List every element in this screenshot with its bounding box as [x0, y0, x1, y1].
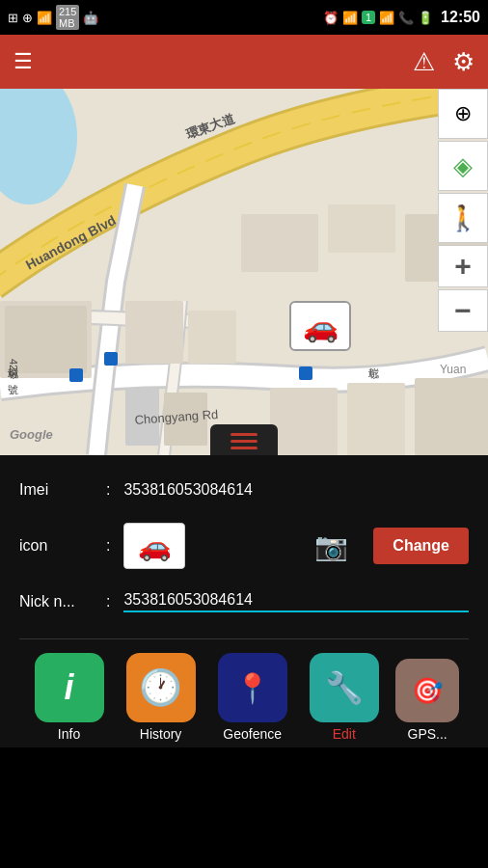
car-icon-emoji: 🚗	[138, 530, 172, 562]
edit-label-nav: Edit	[333, 726, 356, 742]
menu-toggle-button[interactable]	[210, 424, 278, 455]
imei-colon: :	[106, 481, 110, 499]
add-icon: ⊞	[8, 11, 18, 25]
gps-icon: 🎯	[412, 676, 443, 706]
history-label-nav: History	[140, 726, 182, 742]
wifi2-icon: 📶	[342, 11, 358, 25]
svg-rect-9	[328, 204, 395, 253]
car-icon-small: 🚗	[123, 523, 185, 569]
nav-item-geofence[interactable]: 📍 Geofence	[206, 653, 298, 747]
location-button[interactable]: ⊕	[438, 89, 488, 139]
imei-value: 353816053084614	[123, 481, 252, 499]
data-icon: 215MB	[56, 5, 79, 30]
svg-rect-8	[241, 214, 318, 272]
history-icon-wrap: 🕐	[126, 653, 196, 722]
green-num-icon: 1	[362, 11, 375, 24]
app-header: ☰ ⚠ ⚙	[0, 35, 488, 89]
geofence-icon-wrap: 📍	[218, 653, 287, 722]
history-icon: 🕐	[139, 667, 182, 708]
bottom-panel: Imei : 353816053084614 icon : 🚗 📷 Change…	[0, 455, 488, 747]
edit-icon: 🔧	[325, 669, 364, 706]
divider	[19, 638, 469, 639]
status-left: ⊞ ⊕ 📶 215MB 🤖	[8, 5, 98, 30]
edit-icon-wrap: 🔧	[310, 653, 379, 722]
camera-icon[interactable]: 📷	[314, 530, 348, 562]
android-icon: 🤖	[83, 11, 98, 25]
streetview-button[interactable]: 🚶	[438, 193, 488, 243]
nav-item-history[interactable]: 🕐 History	[115, 653, 206, 747]
map-controls: ⊕ ◈ 🚶 + −	[438, 89, 488, 332]
imei-row: Imei : 353816053084614	[19, 473, 469, 507]
toggle-line-2	[230, 440, 258, 443]
svg-rect-12	[347, 383, 405, 455]
icon-row: icon : 🚗 📷 Change	[19, 523, 469, 569]
svg-rect-5	[188, 311, 236, 364]
phone-icon: 📞	[398, 11, 414, 25]
svg-rect-11	[270, 388, 338, 455]
nick-colon: :	[106, 593, 110, 610]
car-marker: 🚗	[289, 301, 351, 351]
info-icon: i	[65, 667, 74, 708]
svg-rect-16	[299, 366, 312, 380]
nav-item-info[interactable]: i Info	[23, 653, 115, 747]
wifi-icon: 📶	[37, 11, 52, 25]
toggle-line-3	[230, 447, 258, 449]
zoom-out-icon: −	[454, 294, 472, 327]
warning-icon[interactable]: ⚠	[413, 47, 435, 77]
nick-label: Nick n...	[19, 593, 106, 610]
nick-input[interactable]	[123, 591, 469, 609]
nick-row: Nick n... :	[19, 584, 469, 619]
layers-button[interactable]: ◈	[438, 141, 488, 191]
person-icon: 🚶	[447, 203, 478, 233]
svg-rect-15	[69, 368, 83, 382]
icon-colon: :	[106, 537, 110, 555]
status-right: ⏰ 📶 1 📶 📞 🔋 12:50	[323, 9, 480, 26]
status-time: 12:50	[441, 9, 480, 26]
svg-rect-13	[415, 378, 488, 455]
info-icon-wrap: i	[35, 653, 104, 722]
zoom-in-icon: +	[454, 250, 472, 283]
signal-bars-icon: 📶	[379, 11, 394, 25]
battery-icon: 🔋	[418, 11, 433, 25]
alarm-icon: ⏰	[323, 11, 339, 25]
imei-label: Imei	[19, 481, 106, 499]
gps-icon-wrap: 🎯	[395, 659, 459, 722]
location-icon: ⊕	[454, 101, 472, 126]
svg-rect-4	[125, 301, 183, 364]
header-right: ⚠ ⚙	[413, 47, 474, 77]
info-label-nav: Info	[58, 726, 80, 742]
crosshair-icon: ⊕	[22, 11, 33, 25]
nick-input-wrap	[123, 591, 469, 612]
google-watermark: Google	[10, 427, 53, 442]
gps-label-nav: GPS...	[408, 726, 447, 742]
icon-row-content: 🚗 📷 Change	[123, 523, 469, 569]
nav-item-gps[interactable]: 🎯 GPS...	[390, 659, 465, 747]
map-area[interactable]: Huandong Blvd 環東大道 Chongyang Rd Yuan 彰坑4…	[0, 89, 488, 455]
nav-item-edit[interactable]: 🔧 Edit	[298, 653, 390, 747]
change-button[interactable]: Change	[373, 528, 469, 564]
settings-icon[interactable]: ⚙	[452, 47, 474, 77]
car-emoji: 🚗	[303, 310, 339, 343]
layers-icon: ◈	[453, 151, 473, 181]
toggle-lines	[230, 433, 258, 449]
menu-icon[interactable]: ☰	[14, 49, 33, 74]
map-svg: Huandong Blvd 環東大道 Chongyang Rd Yuan 彰坑4…	[0, 89, 488, 455]
zoom-in-button[interactable]: +	[438, 245, 488, 287]
zoom-out-button[interactable]: −	[438, 289, 488, 332]
bottom-nav: i Info 🕐 History 📍 Geofence 🔧 Edit 🎯	[19, 653, 469, 747]
geofence-label-nav: Geofence	[223, 726, 282, 742]
svg-text:Yuan: Yuan	[440, 363, 466, 376]
icon-label: icon	[19, 537, 106, 555]
status-bar: ⊞ ⊕ 📶 215MB 🤖 ⏰ 📶 1 📶 📞 🔋 12:50	[0, 0, 488, 35]
toggle-line-1	[230, 433, 258, 436]
geofence-icon: 📍	[234, 671, 270, 705]
svg-rect-14	[104, 352, 118, 366]
